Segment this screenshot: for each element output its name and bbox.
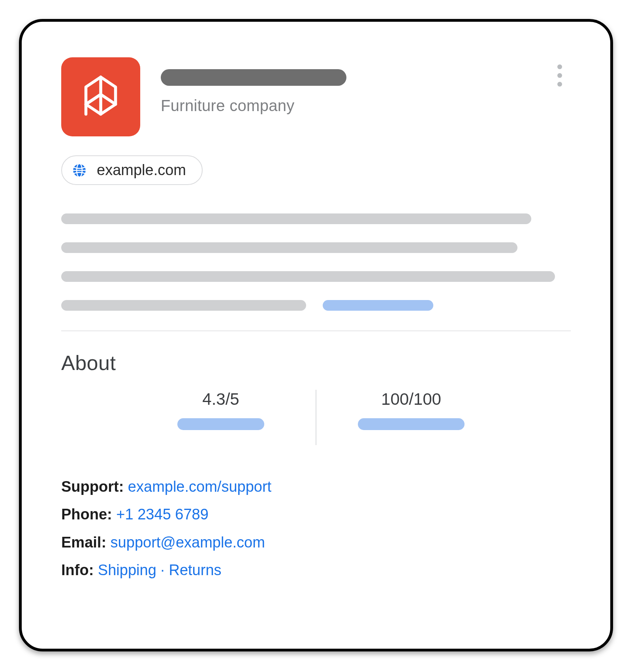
- more-options-button[interactable]: [552, 64, 568, 87]
- score-value: 100/100: [381, 390, 441, 409]
- info-label: Info:: [61, 562, 94, 578]
- company-category: Furniture company: [161, 97, 346, 115]
- rating-value: 4.3/5: [202, 390, 239, 409]
- website-chip[interactable]: example.com: [61, 155, 203, 185]
- info-row: Info: Shipping · Returns: [61, 556, 571, 584]
- description-placeholder-block: [61, 213, 571, 311]
- support-row: Support: example.com/support: [61, 473, 571, 500]
- support-label: Support:: [61, 478, 124, 495]
- phone-label: Phone:: [61, 506, 112, 523]
- about-heading: About: [61, 351, 571, 375]
- info-separator: ·: [156, 562, 169, 578]
- website-domain: example.com: [97, 162, 186, 179]
- chair-icon: [75, 67, 126, 126]
- globe-icon: [71, 162, 87, 178]
- email-link[interactable]: support@example.com: [111, 534, 265, 551]
- score-stat: 100/100: [316, 390, 506, 453]
- text-placeholder-line: [61, 242, 517, 253]
- knowledge-panel-card: Furniture company example.com About: [19, 19, 613, 651]
- rating-stat: 4.3/5: [126, 390, 316, 453]
- text-placeholder-line: [61, 271, 555, 282]
- kebab-dot-icon: [557, 64, 562, 69]
- company-logo: [61, 57, 140, 136]
- support-link[interactable]: example.com/support: [128, 478, 271, 495]
- support-info-block: Support: example.com/support Phone: +1 2…: [61, 473, 571, 584]
- section-divider: [61, 330, 571, 331]
- title-column: Furniture company: [161, 57, 346, 115]
- shipping-link[interactable]: Shipping: [98, 562, 156, 578]
- score-label-placeholder[interactable]: [358, 418, 465, 430]
- header: Furniture company: [61, 57, 571, 136]
- email-label: Email:: [61, 534, 106, 551]
- rating-label-placeholder[interactable]: [177, 418, 264, 430]
- returns-link[interactable]: Returns: [169, 562, 221, 578]
- kebab-dot-icon: [557, 73, 562, 78]
- phone-link[interactable]: +1 2345 6789: [116, 506, 209, 523]
- email-row: Email: support@example.com: [61, 529, 571, 556]
- text-placeholder-line: [61, 300, 306, 311]
- stats-row: 4.3/5 100/100: [61, 390, 571, 453]
- company-name-placeholder: [161, 69, 346, 86]
- text-placeholder-line: [61, 213, 531, 224]
- phone-row: Phone: +1 2345 6789: [61, 500, 571, 528]
- kebab-dot-icon: [557, 82, 562, 87]
- link-placeholder[interactable]: [323, 300, 433, 311]
